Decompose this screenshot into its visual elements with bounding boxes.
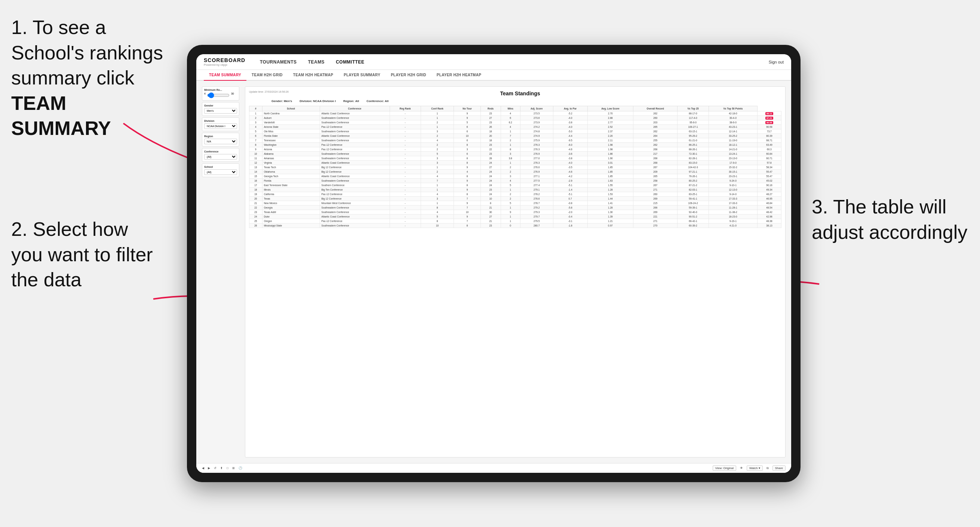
cell-wins: 1 <box>501 187 520 192</box>
toolbar-back-icon[interactable]: ◀ <box>202 467 204 470</box>
toolbar-bookmark-icon[interactable]: □ <box>227 467 229 470</box>
table-row: 19 California Pac-12 Conference - 4 8 24… <box>250 192 781 197</box>
cell-overall: 86-25-1 <box>678 143 709 147</box>
conference-select[interactable]: (All) <box>204 154 237 160</box>
cell-school[interactable]: Arkansas <box>262 156 320 161</box>
tab-team-summary[interactable]: TEAM SUMMARY <box>204 70 247 81</box>
view-original-btn[interactable]: View: Original <box>713 465 736 471</box>
cell-school[interactable]: Texas <box>262 197 320 201</box>
toolbar-clock-icon[interactable]: 🕐 <box>239 467 242 470</box>
cell-rank: 20 <box>250 197 262 201</box>
cell-school[interactable]: Illinois <box>262 187 320 192</box>
cell-pts: 58.34 <box>757 165 781 170</box>
cell-school[interactable]: Georgia Tech <box>262 174 320 179</box>
cell-school[interactable]: Virginia <box>262 161 320 165</box>
cell-vt25: 17-33-3 <box>708 197 757 201</box>
tab-player-h2h-grid[interactable]: PLAYER H2H GRID <box>385 70 431 81</box>
table-row: 17 East Tennessee State Southern Confere… <box>250 183 781 187</box>
sign-out-link[interactable]: Sign out <box>769 60 784 64</box>
cell-rnds: 26 <box>480 125 501 129</box>
cell-school[interactable]: Texas A&M <box>262 210 320 214</box>
cell-cr: 1 <box>421 201 454 206</box>
cell-score: 277.1 <box>520 174 553 179</box>
share-btn[interactable]: Share <box>773 465 786 471</box>
toolbar-refresh-icon[interactable]: ↺ <box>214 467 216 470</box>
watch-btn[interactable]: Watch ▾ <box>747 465 763 471</box>
cell-rr: - <box>390 116 421 121</box>
cell-pts: 48.27 <box>757 192 781 197</box>
cell-adj: -3.8 <box>553 121 587 125</box>
col-adj-score: Adj. Score <box>520 106 553 111</box>
col-no-tour: No Tour <box>454 106 480 111</box>
cell-school[interactable]: California <box>262 192 320 197</box>
conference-display: Conference: All <box>366 99 388 103</box>
cell-school[interactable]: Oklahoma <box>262 170 320 174</box>
cell-low: 217 <box>633 152 678 156</box>
cell-school[interactable]: Florida State <box>262 134 320 138</box>
cell-school[interactable]: North Carolina <box>262 111 320 116</box>
cell-score: 279.5 <box>520 219 553 224</box>
col-vs-top50: Vs Top 50 Points <box>708 106 757 111</box>
cell-conf: Big 12 Conference <box>320 165 390 170</box>
cell-school[interactable]: Tennessee <box>262 138 320 143</box>
tab-player-summary[interactable]: PLAYER SUMMARY <box>338 70 385 81</box>
cell-rr: - <box>390 179 421 183</box>
cell-cr: 8 <box>421 219 454 224</box>
cell-school[interactable]: Oregon <box>262 219 320 224</box>
cell-school[interactable]: Vanderbilt <box>262 121 320 125</box>
toolbar-forward-icon[interactable]: ▶ <box>208 467 210 470</box>
cell-school[interactable]: Washington <box>262 143 320 147</box>
cell-school[interactable]: Florida <box>262 179 320 183</box>
cell-school[interactable]: Texas Tech <box>262 165 320 170</box>
min-row-label: Minimum Ro... <box>204 89 237 91</box>
tab-team-h2h-heatmap[interactable]: TEAM H2H HEATMAP <box>288 70 338 81</box>
cell-conf: Big 12 Conference <box>320 197 390 201</box>
cell-rr: - <box>390 121 421 125</box>
cell-adj: -5.2 <box>553 111 587 116</box>
cell-overall: 61-21-0 <box>678 138 709 143</box>
col-vs-top25: Vs Top 25 <box>678 106 709 111</box>
min-row-slider[interactable] <box>207 92 229 98</box>
toolbar-grid-icon[interactable]: ⊞ <box>232 467 235 470</box>
cell-school[interactable]: New Mexico <box>262 201 320 206</box>
cell-nt: 9 <box>454 201 480 206</box>
cell-school[interactable]: Duke <box>262 214 320 219</box>
cell-low: 267 <box>633 165 678 170</box>
cell-school[interactable]: Alabama <box>262 152 320 156</box>
school-select[interactable]: (All) <box>204 169 237 175</box>
cell-adj: -4.2 <box>553 174 587 179</box>
cell-rnds: 24 <box>480 179 501 183</box>
cell-conf: Pac-12 Conference <box>320 147 390 152</box>
cell-par: 1.85 <box>587 174 633 179</box>
toolbar-copy-icon[interactable]: ⧉ <box>767 467 769 470</box>
col-reg-rank: Reg Rank <box>390 106 421 111</box>
nav-committee[interactable]: COMMITTEE <box>336 59 364 65</box>
cell-wins: 2 <box>501 192 520 197</box>
nav-tournaments[interactable]: TOURNAMENTS <box>260 59 297 65</box>
cell-school[interactable]: East Tennessee State <box>262 183 320 187</box>
cell-pts: 80.39 <box>757 134 781 138</box>
cell-wins: 2 <box>501 197 520 201</box>
cell-school[interactable]: Arizona <box>262 147 320 152</box>
cell-rank: 25 <box>250 219 262 224</box>
cell-par: 1.41 <box>587 201 633 206</box>
cell-school[interactable]: Auburn <box>262 116 320 121</box>
toolbar-share-icon[interactable]: ⬆ <box>220 467 223 470</box>
cell-school[interactable]: Georgia <box>262 206 320 210</box>
cell-overall: 87-21-2 <box>678 183 709 187</box>
cell-score: 276.0 <box>520 165 553 170</box>
region-select[interactable]: N/A All <box>204 139 237 144</box>
cell-vt25: 18-23-0 <box>708 214 757 219</box>
cell-school[interactable]: Arizona State <box>262 125 320 129</box>
cell-school[interactable]: Ole Miss <box>262 129 320 134</box>
cell-school[interactable]: Mississippi State <box>262 224 320 228</box>
tab-team-h2h-grid[interactable]: TEAM H2H GRID <box>247 70 288 81</box>
tab-player-h2h-heatmap[interactable]: PLAYER H2H HEATMAP <box>431 70 487 81</box>
cell-vt25: 9-19-1 <box>708 219 757 224</box>
division-display: Division: NCAA Division I <box>299 99 336 103</box>
toolbar-watch-icon[interactable]: 👁 <box>740 467 743 470</box>
table-row: 24 Duke Atlantic Coast Conference - 5 9 … <box>250 214 781 219</box>
division-select[interactable]: NCAA Division I NCAA Division II NCAA Di… <box>204 123 237 129</box>
gender-select[interactable]: Men's Women's <box>204 108 237 114</box>
nav-teams[interactable]: TEAMS <box>308 59 325 65</box>
